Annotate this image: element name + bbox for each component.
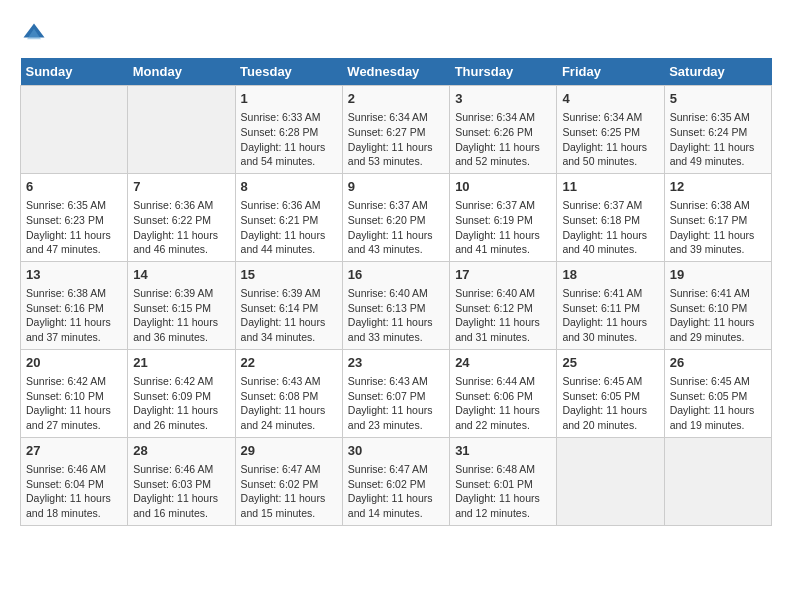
header-sunday: Sunday (21, 58, 128, 86)
day-number: 17 (455, 266, 551, 284)
cell-info: Sunrise: 6:41 AMSunset: 6:11 PMDaylight:… (562, 286, 658, 345)
calendar-cell: 13Sunrise: 6:38 AMSunset: 6:16 PMDayligh… (21, 261, 128, 349)
cell-info: Sunrise: 6:37 AMSunset: 6:19 PMDaylight:… (455, 198, 551, 257)
calendar-cell: 14Sunrise: 6:39 AMSunset: 6:15 PMDayligh… (128, 261, 235, 349)
cell-info: Sunrise: 6:40 AMSunset: 6:13 PMDaylight:… (348, 286, 444, 345)
day-number: 9 (348, 178, 444, 196)
header-thursday: Thursday (450, 58, 557, 86)
day-number: 30 (348, 442, 444, 460)
cell-info: Sunrise: 6:41 AMSunset: 6:10 PMDaylight:… (670, 286, 766, 345)
cell-info: Sunrise: 6:38 AMSunset: 6:17 PMDaylight:… (670, 198, 766, 257)
cell-info: Sunrise: 6:34 AMSunset: 6:25 PMDaylight:… (562, 110, 658, 169)
calendar-cell: 19Sunrise: 6:41 AMSunset: 6:10 PMDayligh… (664, 261, 771, 349)
calendar-cell: 15Sunrise: 6:39 AMSunset: 6:14 PMDayligh… (235, 261, 342, 349)
calendar-cell: 9Sunrise: 6:37 AMSunset: 6:20 PMDaylight… (342, 173, 449, 261)
day-number: 5 (670, 90, 766, 108)
cell-info: Sunrise: 6:36 AMSunset: 6:22 PMDaylight:… (133, 198, 229, 257)
calendar-cell: 17Sunrise: 6:40 AMSunset: 6:12 PMDayligh… (450, 261, 557, 349)
day-number: 4 (562, 90, 658, 108)
week-row-3: 13Sunrise: 6:38 AMSunset: 6:16 PMDayligh… (21, 261, 772, 349)
cell-info: Sunrise: 6:47 AMSunset: 6:02 PMDaylight:… (241, 462, 337, 521)
day-number: 27 (26, 442, 122, 460)
day-number: 14 (133, 266, 229, 284)
calendar-cell: 2Sunrise: 6:34 AMSunset: 6:27 PMDaylight… (342, 86, 449, 174)
day-number: 28 (133, 442, 229, 460)
week-row-5: 27Sunrise: 6:46 AMSunset: 6:04 PMDayligh… (21, 437, 772, 525)
calendar-cell: 8Sunrise: 6:36 AMSunset: 6:21 PMDaylight… (235, 173, 342, 261)
day-number: 29 (241, 442, 337, 460)
logo-icon (20, 20, 48, 48)
cell-info: Sunrise: 6:36 AMSunset: 6:21 PMDaylight:… (241, 198, 337, 257)
cell-info: Sunrise: 6:39 AMSunset: 6:15 PMDaylight:… (133, 286, 229, 345)
calendar-body: 1Sunrise: 6:33 AMSunset: 6:28 PMDaylight… (21, 86, 772, 526)
header-friday: Friday (557, 58, 664, 86)
calendar-cell: 27Sunrise: 6:46 AMSunset: 6:04 PMDayligh… (21, 437, 128, 525)
calendar-cell: 16Sunrise: 6:40 AMSunset: 6:13 PMDayligh… (342, 261, 449, 349)
cell-info: Sunrise: 6:34 AMSunset: 6:27 PMDaylight:… (348, 110, 444, 169)
week-row-4: 20Sunrise: 6:42 AMSunset: 6:10 PMDayligh… (21, 349, 772, 437)
calendar-cell (128, 86, 235, 174)
cell-info: Sunrise: 6:43 AMSunset: 6:07 PMDaylight:… (348, 374, 444, 433)
day-number: 15 (241, 266, 337, 284)
cell-info: Sunrise: 6:45 AMSunset: 6:05 PMDaylight:… (670, 374, 766, 433)
calendar-cell: 10Sunrise: 6:37 AMSunset: 6:19 PMDayligh… (450, 173, 557, 261)
calendar-table: SundayMondayTuesdayWednesdayThursdayFrid… (20, 58, 772, 526)
cell-info: Sunrise: 6:45 AMSunset: 6:05 PMDaylight:… (562, 374, 658, 433)
cell-info: Sunrise: 6:43 AMSunset: 6:08 PMDaylight:… (241, 374, 337, 433)
calendar-cell: 1Sunrise: 6:33 AMSunset: 6:28 PMDaylight… (235, 86, 342, 174)
calendar-cell: 24Sunrise: 6:44 AMSunset: 6:06 PMDayligh… (450, 349, 557, 437)
day-number: 19 (670, 266, 766, 284)
header-tuesday: Tuesday (235, 58, 342, 86)
day-number: 1 (241, 90, 337, 108)
cell-info: Sunrise: 6:48 AMSunset: 6:01 PMDaylight:… (455, 462, 551, 521)
logo (20, 20, 52, 48)
cell-info: Sunrise: 6:42 AMSunset: 6:10 PMDaylight:… (26, 374, 122, 433)
day-number: 7 (133, 178, 229, 196)
day-number: 24 (455, 354, 551, 372)
day-number: 6 (26, 178, 122, 196)
calendar-cell (664, 437, 771, 525)
cell-info: Sunrise: 6:47 AMSunset: 6:02 PMDaylight:… (348, 462, 444, 521)
day-number: 16 (348, 266, 444, 284)
day-number: 25 (562, 354, 658, 372)
calendar-cell: 12Sunrise: 6:38 AMSunset: 6:17 PMDayligh… (664, 173, 771, 261)
cell-info: Sunrise: 6:33 AMSunset: 6:28 PMDaylight:… (241, 110, 337, 169)
day-number: 21 (133, 354, 229, 372)
calendar-cell: 18Sunrise: 6:41 AMSunset: 6:11 PMDayligh… (557, 261, 664, 349)
day-number: 22 (241, 354, 337, 372)
calendar-cell: 30Sunrise: 6:47 AMSunset: 6:02 PMDayligh… (342, 437, 449, 525)
header-wednesday: Wednesday (342, 58, 449, 86)
calendar-cell: 11Sunrise: 6:37 AMSunset: 6:18 PMDayligh… (557, 173, 664, 261)
calendar-cell: 3Sunrise: 6:34 AMSunset: 6:26 PMDaylight… (450, 86, 557, 174)
calendar-cell: 4Sunrise: 6:34 AMSunset: 6:25 PMDaylight… (557, 86, 664, 174)
day-number: 20 (26, 354, 122, 372)
day-number: 8 (241, 178, 337, 196)
cell-info: Sunrise: 6:46 AMSunset: 6:04 PMDaylight:… (26, 462, 122, 521)
day-number: 10 (455, 178, 551, 196)
day-number: 12 (670, 178, 766, 196)
calendar-cell: 21Sunrise: 6:42 AMSunset: 6:09 PMDayligh… (128, 349, 235, 437)
calendar-cell: 23Sunrise: 6:43 AMSunset: 6:07 PMDayligh… (342, 349, 449, 437)
day-number: 13 (26, 266, 122, 284)
cell-info: Sunrise: 6:39 AMSunset: 6:14 PMDaylight:… (241, 286, 337, 345)
day-number: 2 (348, 90, 444, 108)
day-number: 31 (455, 442, 551, 460)
cell-info: Sunrise: 6:37 AMSunset: 6:20 PMDaylight:… (348, 198, 444, 257)
cell-info: Sunrise: 6:37 AMSunset: 6:18 PMDaylight:… (562, 198, 658, 257)
day-number: 11 (562, 178, 658, 196)
page-header (20, 20, 772, 48)
calendar-cell: 20Sunrise: 6:42 AMSunset: 6:10 PMDayligh… (21, 349, 128, 437)
calendar-cell: 28Sunrise: 6:46 AMSunset: 6:03 PMDayligh… (128, 437, 235, 525)
header-saturday: Saturday (664, 58, 771, 86)
calendar-cell (21, 86, 128, 174)
calendar-cell: 29Sunrise: 6:47 AMSunset: 6:02 PMDayligh… (235, 437, 342, 525)
cell-info: Sunrise: 6:44 AMSunset: 6:06 PMDaylight:… (455, 374, 551, 433)
week-row-1: 1Sunrise: 6:33 AMSunset: 6:28 PMDaylight… (21, 86, 772, 174)
calendar-cell: 22Sunrise: 6:43 AMSunset: 6:08 PMDayligh… (235, 349, 342, 437)
cell-info: Sunrise: 6:35 AMSunset: 6:23 PMDaylight:… (26, 198, 122, 257)
day-number: 26 (670, 354, 766, 372)
calendar-cell: 6Sunrise: 6:35 AMSunset: 6:23 PMDaylight… (21, 173, 128, 261)
cell-info: Sunrise: 6:46 AMSunset: 6:03 PMDaylight:… (133, 462, 229, 521)
week-row-2: 6Sunrise: 6:35 AMSunset: 6:23 PMDaylight… (21, 173, 772, 261)
cell-info: Sunrise: 6:35 AMSunset: 6:24 PMDaylight:… (670, 110, 766, 169)
